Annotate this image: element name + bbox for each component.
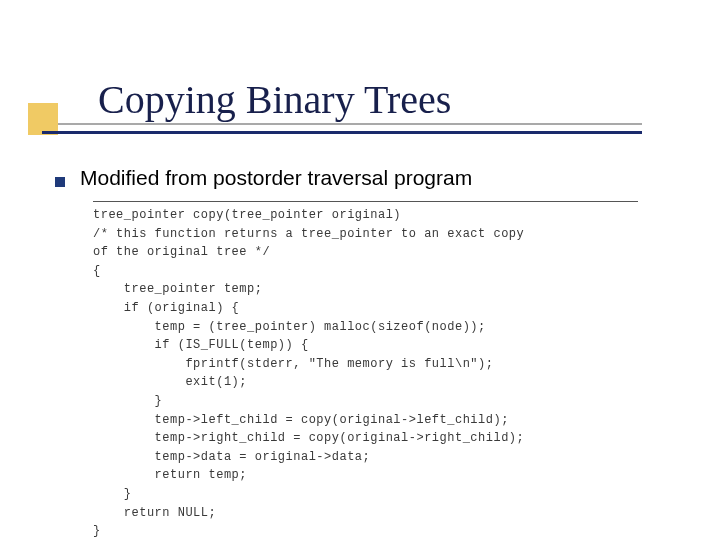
code-line: } [93, 485, 638, 504]
code-line: exit(1); [93, 373, 638, 392]
title-underline-shadow [42, 123, 642, 125]
title-underline [42, 131, 642, 134]
code-line: { [93, 262, 638, 281]
code-line: fprintf(stderr, "The memory is full\n"); [93, 355, 638, 374]
code-line: if (IS_FULL(temp)) { [93, 336, 638, 355]
code-line: temp->data = original->data; [93, 448, 638, 467]
code-line: if (original) { [93, 299, 638, 318]
code-line: temp->left_child = copy(original->left_c… [93, 411, 638, 430]
page-title: Copying Binary Trees [98, 76, 451, 123]
code-line: } [93, 392, 638, 411]
code-listing: tree_pointer copy(tree_pointer original)… [93, 201, 638, 540]
code-rule-top [93, 201, 638, 202]
code-line: return temp; [93, 466, 638, 485]
code-line: /* this function returns a tree_pointer … [93, 225, 638, 244]
code-line: } [93, 522, 638, 540]
bullet-icon [55, 177, 65, 187]
code-line: tree_pointer copy(tree_pointer original) [93, 206, 638, 225]
bullet-text: Modified from postorder traversal progra… [80, 166, 472, 190]
code-line: temp->right_child = copy(original->right… [93, 429, 638, 448]
code-line: temp = (tree_pointer) malloc(sizeof(node… [93, 318, 638, 337]
code-line: of the original tree */ [93, 243, 638, 262]
code-line: return NULL; [93, 504, 638, 523]
code-line: tree_pointer temp; [93, 280, 638, 299]
